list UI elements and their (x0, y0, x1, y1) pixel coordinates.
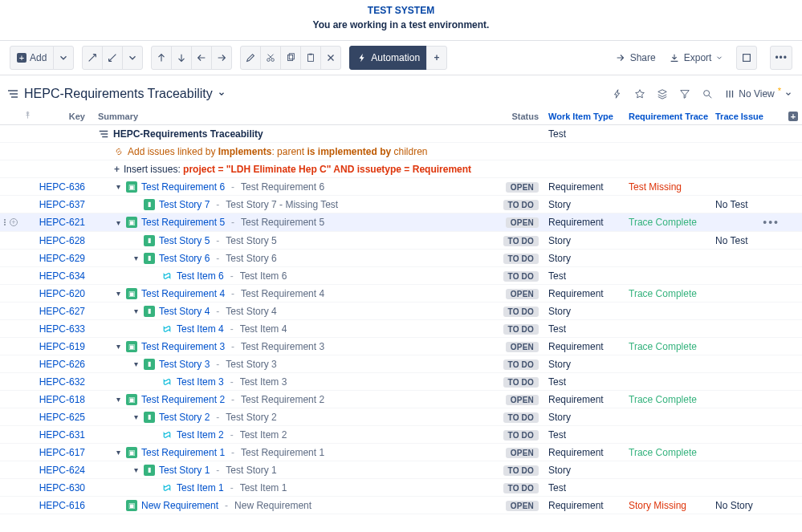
table-row[interactable]: + HEPC-621 ▾ Test Requirement 5 - Test R… (0, 213, 802, 232)
issue-key-link[interactable]: HEPC-620 (39, 288, 85, 299)
bolt-toggle[interactable] (612, 88, 623, 99)
table-row[interactable]: HEPC-637 Test Story 7 - Test Story 7 - M… (0, 196, 802, 213)
issue-key-link[interactable]: HEPC-616 (39, 500, 85, 511)
move-right-button[interactable] (211, 46, 232, 70)
table-row[interactable]: HEPC-619 ▾ Test Requirement 3 - Test Req… (0, 338, 802, 355)
issue-summary-link[interactable]: Test Requirement 5 (141, 217, 225, 228)
status-badge[interactable]: TO DO (503, 465, 539, 476)
favorite-toggle[interactable] (634, 88, 645, 99)
filter-button[interactable] (679, 88, 690, 99)
table-row[interactable]: HEPC-625 ▾ Test Story 2 - Test Story 2 T… (0, 408, 802, 426)
structure-title[interactable]: HEPC-Requirements Traceability (6, 87, 226, 101)
view-selector[interactable]: No View* (724, 88, 792, 99)
issue-key-link[interactable]: HEPC-636 (39, 181, 85, 193)
table-row[interactable]: HEPC-630 Test Item 1 - Test Item 1 TO DO… (0, 479, 802, 497)
issue-summary-link[interactable]: Test Item 2 (177, 429, 224, 441)
move-up-button[interactable] (151, 46, 172, 70)
issue-key-link[interactable]: HEPC-626 (39, 359, 85, 370)
export-button[interactable]: Export (669, 52, 724, 63)
collapse-toggle[interactable]: ▾ (132, 465, 140, 474)
issue-key-link[interactable]: HEPC-619 (39, 341, 85, 352)
issue-summary-link[interactable]: Test Item 4 (177, 323, 224, 335)
expand-dropdown[interactable] (122, 46, 143, 70)
collapse-diag-icon[interactable] (102, 46, 123, 70)
table-row[interactable]: HEPC-624 ▾ Test Story 1 - Test Story 1 T… (0, 461, 802, 479)
column-requirement-trace[interactable]: Requirement Trace (629, 112, 715, 121)
status-badge[interactable]: OPEN (506, 182, 539, 193)
table-row[interactable]: HEPC-631 Test Item 2 - Test Item 2 TO DO… (0, 426, 802, 444)
pin-column[interactable] (19, 111, 35, 121)
table-row[interactable]: HEPC-636 ▾ Test Requirement 6 - Test Req… (0, 178, 802, 196)
status-badge[interactable]: TO DO (503, 236, 539, 246)
table-row[interactable]: HEPC-617 ▾ Test Requirement 1 - Test Req… (0, 444, 802, 461)
table-row[interactable]: HEPC-616 New Requirement - New Requireme… (0, 497, 802, 514)
table-row[interactable]: HEPC-633 Test Item 4 - Test Item 4 TO DO… (0, 320, 802, 338)
table-row[interactable]: HEPC-627 ▾ Test Story 4 - Test Story 4 T… (0, 303, 802, 320)
automation-button[interactable]: Automation (349, 46, 427, 70)
issue-summary-link[interactable]: Test Story 2 (159, 412, 210, 423)
collapse-toggle[interactable]: ▾ (132, 254, 140, 262)
issue-key-link[interactable]: HEPC-637 (39, 199, 85, 210)
collapse-toggle[interactable]: ▾ (132, 412, 140, 421)
drag-handle-icon[interactable] (2, 213, 8, 231)
add-button[interactable]: + Add (10, 46, 54, 70)
column-status[interactable]: Status (500, 112, 548, 121)
table-row[interactable]: HEPC-618 ▾ Test Requirement 2 - Test Req… (0, 391, 802, 408)
cut-button[interactable] (260, 46, 281, 70)
issue-key-link[interactable]: HEPC-621 (39, 217, 85, 228)
issue-summary-link[interactable]: Test Story 5 (159, 235, 210, 246)
issue-key-link[interactable]: HEPC-630 (39, 482, 85, 493)
layers-button[interactable] (657, 88, 668, 99)
issue-key-link[interactable]: HEPC-628 (39, 235, 85, 246)
issue-summary-link[interactable]: Test Item 1 (177, 482, 224, 493)
table-row[interactable]: HEPC-626 ▾ Test Story 3 - Test Story 3 T… (0, 355, 802, 373)
collapse-toggle[interactable]: ▾ (114, 448, 122, 457)
issue-key-link[interactable]: HEPC-625 (39, 412, 85, 423)
issue-summary-link[interactable]: Test Item 6 (177, 270, 224, 282)
collapse-toggle[interactable]: ▾ (132, 307, 140, 315)
issue-summary-link[interactable]: Test Item 3 (177, 376, 224, 388)
status-badge[interactable]: OPEN (506, 501, 539, 511)
collapse-toggle[interactable]: ▾ (132, 359, 140, 368)
column-work-item-type[interactable]: Work Item Type (548, 112, 629, 121)
collapse-toggle[interactable]: ▾ (114, 218, 122, 227)
issue-summary-link[interactable]: New Requirement (141, 500, 218, 511)
issue-summary-link[interactable]: Test Requirement 3 (141, 341, 225, 352)
share-button[interactable]: Share (615, 52, 656, 63)
structure-root-row[interactable]: HEPC-Requirements Traceability Test (0, 125, 802, 143)
collapse-toggle[interactable]: ▾ (114, 289, 122, 298)
issue-summary-link[interactable]: Test Requirement 4 (141, 288, 225, 299)
column-trace-issue[interactable]: Trace Issue (715, 112, 784, 121)
status-badge[interactable]: OPEN (506, 395, 539, 405)
issue-key-link[interactable]: HEPC-631 (39, 429, 85, 441)
row-actions-button[interactable]: ••• (763, 216, 784, 229)
issue-key-link[interactable]: HEPC-627 (39, 306, 85, 317)
status-badge[interactable]: TO DO (503, 483, 539, 493)
edit-button[interactable] (240, 46, 261, 70)
status-badge[interactable]: OPEN (506, 448, 539, 458)
add-row-icon[interactable]: + (10, 218, 18, 226)
collapse-toggle[interactable]: ▾ (114, 395, 122, 404)
paste-button[interactable] (300, 46, 321, 70)
issue-summary-link[interactable]: Test Story 3 (159, 359, 210, 370)
delete-button[interactable] (320, 46, 341, 70)
add-dropdown[interactable] (53, 46, 74, 70)
copy-button[interactable] (280, 46, 301, 70)
issue-key-link[interactable]: HEPC-624 (39, 465, 85, 476)
issue-summary-link[interactable]: Test Requirement 1 (141, 447, 225, 458)
issue-key-link[interactable]: HEPC-634 (39, 270, 85, 282)
column-key[interactable]: Key (35, 112, 93, 121)
status-badge[interactable]: OPEN (506, 342, 539, 352)
link-generator-row[interactable]: Add issues linked by Implements: parent … (0, 143, 802, 160)
status-badge[interactable]: TO DO (503, 359, 539, 370)
table-row[interactable]: HEPC-632 Test Item 3 - Test Item 3 TO DO… (0, 373, 802, 391)
issue-summary-link[interactable]: Test Requirement 6 (141, 181, 225, 193)
move-left-button[interactable] (191, 46, 212, 70)
issue-key-link[interactable]: HEPC-618 (39, 394, 85, 405)
issue-summary-link[interactable]: Test Story 7 (159, 199, 210, 210)
status-badge[interactable]: TO DO (503, 324, 539, 335)
search-button[interactable] (702, 88, 713, 99)
collapse-toggle[interactable]: ▾ (114, 342, 122, 351)
status-badge[interactable]: TO DO (503, 377, 539, 388)
table-row[interactable]: HEPC-629 ▾ Test Story 6 - Test Story 6 T… (0, 250, 802, 267)
